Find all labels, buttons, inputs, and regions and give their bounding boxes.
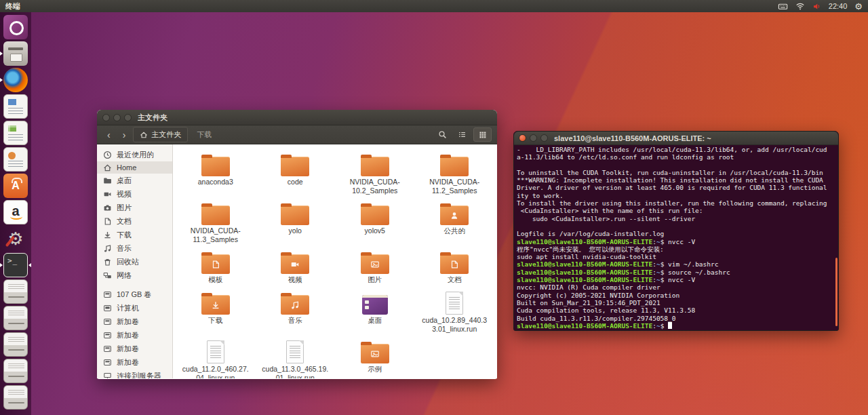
- grid-item-folder[interactable]: NVIDIA_CUDA-11.3_Samples: [176, 197, 256, 243]
- sidebar-item-label: 新加卷: [117, 344, 139, 354]
- dock-disk-2[interactable]: [3, 306, 28, 330]
- desktop-icon: [362, 295, 388, 315]
- top-bar: 终端 22:40 ⚙: [0, 0, 868, 12]
- grid-item-folder[interactable]: 文档: [415, 246, 495, 284]
- grid-item-folder[interactable]: yolo: [256, 197, 336, 243]
- dock-amazon[interactable]: a: [3, 200, 28, 224]
- folder-icon: [201, 295, 230, 315]
- sidebar-item-new-volume-3[interactable]: 新加卷: [97, 342, 172, 355]
- dock-firefox[interactable]: [3, 68, 28, 92]
- fm-titlebar[interactable]: 主文件夹: [97, 110, 497, 125]
- writer-document-icon: [3, 94, 28, 119]
- dock-terminal[interactable]: >_: [3, 253, 28, 277]
- dock-libreoffice-impress[interactable]: [3, 147, 28, 172]
- maximize-icon[interactable]: [124, 114, 132, 121]
- grid-item-file[interactable]: cuda_11.2.0_460.27.04_linux.run: [176, 336, 256, 378]
- grid-item-file[interactable]: cuda_11.3.0_465.19.01_linux.run: [256, 336, 336, 378]
- sidebar-item-videos[interactable]: 视频: [97, 187, 172, 201]
- sidebar-item-label: 回收站: [117, 257, 139, 267]
- dock-libreoffice-calc[interactable]: [3, 121, 28, 145]
- image-emblem-icon: [370, 260, 380, 269]
- grid-item-file[interactable]: cuda_10.2.89_440.33.01_linux.run: [415, 287, 495, 333]
- back-button[interactable]: ‹: [102, 130, 115, 140]
- sidebar-item-network[interactable]: 网络: [97, 269, 172, 282]
- hard-disk-icon: [3, 332, 28, 357]
- dock-libreoffice-writer[interactable]: [3, 94, 28, 119]
- sidebar-item-desktop[interactable]: 桌面: [97, 174, 172, 187]
- sidebar-item-icon: [103, 271, 112, 280]
- sidebar-item-home[interactable]: Home: [97, 161, 172, 174]
- sidebar-item-recent[interactable]: 最近使用的: [97, 148, 172, 161]
- sidebar-item-trash[interactable]: 回收站: [97, 255, 172, 269]
- dock-disk-5[interactable]: [3, 385, 28, 410]
- breadcrumb-home[interactable]: 主文件夹: [133, 127, 188, 142]
- sidebar-item-new-volume-4[interactable]: 新加卷: [97, 355, 172, 369]
- grid-item-folder[interactable]: 图片: [335, 246, 415, 284]
- file-grid-item-label: cuda_11.3.0_465.19.01_linux.run: [261, 365, 329, 378]
- file-grid-item-icon: [281, 199, 309, 225]
- run-file-icon: [286, 340, 304, 363]
- doc-emblem-icon: [211, 260, 220, 269]
- sidebar-item-icon: [103, 317, 112, 326]
- grid-item-folder[interactable]: NVIDIA_CUDA-11.2_Samples: [415, 149, 495, 195]
- run-file-icon: [207, 340, 224, 363]
- grid-item-folder[interactable]: 模板: [176, 246, 256, 284]
- home-icon: [140, 131, 148, 139]
- sidebar-item-icon: [103, 231, 112, 239]
- terminal-titlebar[interactable]: slave110@slave110-B560M-AORUS-ELITE: ~: [514, 132, 838, 145]
- grid-item-desktop[interactable]: 桌面: [335, 287, 415, 333]
- dock-disk-4[interactable]: [3, 359, 28, 383]
- sidebar-item-new-volume-2[interactable]: 新加卷: [97, 328, 172, 342]
- sidebar-item-volume-107gb[interactable]: 107 GB 卷: [97, 288, 172, 301]
- close-icon[interactable]: [102, 114, 110, 121]
- sidebar-item-computer[interactable]: 计算机: [97, 301, 172, 315]
- volume-icon[interactable]: [812, 2, 821, 11]
- grid-item-folder[interactable]: 下载: [176, 287, 256, 333]
- close-icon[interactable]: [519, 134, 526, 142]
- sidebar-item-icon: [103, 304, 112, 313]
- grid-item-folder[interactable]: anaconda3: [176, 149, 256, 195]
- sidebar-item-downloads[interactable]: 下载: [97, 228, 172, 241]
- maximize-icon[interactable]: [540, 134, 548, 142]
- sidebar-item-label: Home: [117, 163, 136, 172]
- terminal-screen[interactable]: - LD_LIBRARY_PATH includes /usr/local/cu…: [514, 145, 838, 330]
- gear-wrench-icon: ⚙: [3, 226, 28, 251]
- dock-disk-3[interactable]: [3, 332, 28, 357]
- list-view-icon[interactable]: [454, 128, 471, 141]
- file-grid-item-icon: [361, 248, 389, 274]
- wifi-icon[interactable]: [795, 1, 805, 11]
- sidebar-item-music[interactable]: 音乐: [97, 241, 172, 255]
- file-grid-item-icon: [286, 338, 304, 363]
- amazon-icon: a: [3, 200, 28, 224]
- sidebar-item-documents[interactable]: 文档: [97, 214, 172, 228]
- folder-icon: [361, 157, 389, 176]
- grid-item-folder[interactable]: 视频: [256, 246, 336, 284]
- dock-system-settings[interactable]: ⚙: [3, 226, 28, 251]
- minimize-icon[interactable]: [113, 114, 121, 121]
- grid-item-folder[interactable]: 公共的: [415, 197, 495, 243]
- minimize-icon[interactable]: [530, 134, 537, 142]
- grid-item-folder[interactable]: yolov5: [335, 197, 415, 243]
- grid-item-folder[interactable]: 音乐: [256, 287, 336, 333]
- keyboard-indicator-icon[interactable]: [778, 1, 788, 12]
- dock-ubuntu-dash[interactable]: [3, 15, 28, 39]
- terminal-scrollbar-thumb[interactable]: [835, 258, 837, 326]
- grid-view-icon[interactable]: [473, 127, 492, 142]
- clock[interactable]: 22:40: [829, 2, 848, 10]
- search-icon[interactable]: [434, 128, 451, 141]
- session-menu-gear-icon[interactable]: ⚙: [854, 2, 863, 11]
- grid-item-folder[interactable]: NVIDIA_CUDA-10.2_Samples: [335, 149, 415, 195]
- sidebar-item-connect-to-server[interactable]: 连接到服务器: [97, 369, 172, 378]
- sidebar-item-label: 最近使用的: [117, 150, 154, 160]
- sidebar-item-new-volume-1[interactable]: 新加卷: [97, 315, 172, 328]
- sidebar-item-pictures[interactable]: 图片: [97, 201, 172, 214]
- dock-disk-1[interactable]: [3, 279, 28, 304]
- grid-item-folder[interactable]: 示例: [335, 336, 415, 378]
- dock-files[interactable]: [3, 41, 28, 66]
- grid-item-folder[interactable]: code: [256, 149, 336, 195]
- terminal-cursor: [668, 322, 672, 329]
- forward-button[interactable]: ›: [118, 130, 131, 140]
- sidebar-item-label: 新加卷: [117, 330, 139, 340]
- dock-ubuntu-software[interactable]: A: [3, 174, 28, 198]
- breadcrumb-downloads[interactable]: 下载: [191, 127, 218, 142]
